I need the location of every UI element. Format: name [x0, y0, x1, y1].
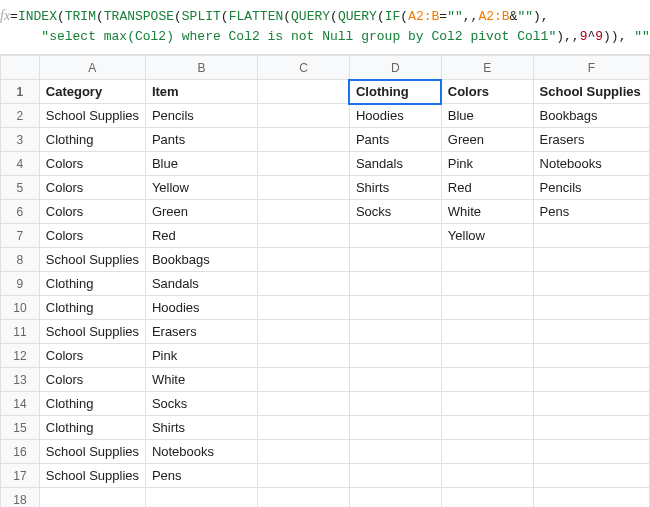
cell[interactable] — [349, 320, 441, 344]
cell[interactable]: Colors — [39, 224, 145, 248]
cell[interactable]: Item — [145, 80, 257, 104]
cell[interactable] — [533, 488, 649, 508]
cell[interactable] — [258, 104, 350, 128]
cell[interactable] — [441, 344, 533, 368]
cell[interactable]: Sandals — [145, 272, 257, 296]
column-header-b[interactable]: B — [145, 56, 257, 80]
cell[interactable]: Pink — [145, 344, 257, 368]
cell[interactable] — [349, 272, 441, 296]
row-header[interactable]: 13 — [1, 368, 40, 392]
row-header[interactable]: 17 — [1, 464, 40, 488]
cell[interactable]: Colors — [39, 200, 145, 224]
cell[interactable] — [258, 152, 350, 176]
cell[interactable] — [258, 368, 350, 392]
cell[interactable] — [441, 320, 533, 344]
row-header[interactable]: 18 — [1, 488, 40, 508]
cell[interactable]: Shirts — [349, 176, 441, 200]
column-header-a[interactable]: A — [39, 56, 145, 80]
cell[interactable] — [533, 320, 649, 344]
cell[interactable] — [258, 344, 350, 368]
cell[interactable]: Clothing — [39, 128, 145, 152]
row-header[interactable]: 3 — [1, 128, 40, 152]
cell[interactable] — [258, 416, 350, 440]
cell[interactable]: Blue — [145, 152, 257, 176]
cell[interactable] — [349, 344, 441, 368]
cell[interactable] — [441, 272, 533, 296]
cell[interactable] — [349, 440, 441, 464]
cell[interactable] — [258, 248, 350, 272]
cell[interactable] — [533, 392, 649, 416]
cell[interactable]: Sandals — [349, 152, 441, 176]
cell[interactable] — [258, 392, 350, 416]
cell[interactable] — [258, 296, 350, 320]
cell[interactable] — [349, 248, 441, 272]
row-header[interactable]: 10 — [1, 296, 40, 320]
cell[interactable]: Red — [441, 176, 533, 200]
row-header[interactable]: 5 — [1, 176, 40, 200]
column-header-d[interactable]: D — [349, 56, 441, 80]
cell[interactable] — [441, 464, 533, 488]
cell[interactable]: Clothing — [39, 272, 145, 296]
cell[interactable]: Yellow — [145, 176, 257, 200]
cell[interactable]: Yellow — [441, 224, 533, 248]
row-header[interactable]: 14 — [1, 392, 40, 416]
cell[interactable]: Clothing — [39, 392, 145, 416]
cell[interactable] — [349, 464, 441, 488]
cell[interactable]: Clothing — [349, 80, 441, 104]
cell[interactable]: Hoodies — [349, 104, 441, 128]
cell[interactable]: Bookbags — [145, 248, 257, 272]
cell[interactable] — [39, 488, 145, 508]
cell[interactable]: School Supplies — [533, 80, 649, 104]
cell[interactable] — [349, 488, 441, 508]
cell[interactable] — [258, 488, 350, 508]
cell[interactable] — [349, 296, 441, 320]
cell[interactable]: Pens — [145, 464, 257, 488]
cell[interactable]: School Supplies — [39, 320, 145, 344]
cell[interactable] — [258, 224, 350, 248]
cell[interactable] — [533, 224, 649, 248]
cell[interactable]: Pants — [145, 128, 257, 152]
cell[interactable]: Erasers — [145, 320, 257, 344]
cell[interactable]: White — [145, 368, 257, 392]
cell[interactable] — [258, 128, 350, 152]
column-header-f[interactable]: F — [533, 56, 649, 80]
cell[interactable]: Pants — [349, 128, 441, 152]
cell[interactable] — [349, 416, 441, 440]
cell[interactable] — [441, 296, 533, 320]
cell[interactable]: Shirts — [145, 416, 257, 440]
cell[interactable]: Erasers — [533, 128, 649, 152]
cell[interactable] — [441, 440, 533, 464]
cell[interactable]: School Supplies — [39, 440, 145, 464]
cell[interactable]: Clothing — [39, 416, 145, 440]
cell[interactable]: School Supplies — [39, 464, 145, 488]
row-header[interactable]: 11 — [1, 320, 40, 344]
row-header[interactable]: 6 — [1, 200, 40, 224]
cell[interactable] — [533, 416, 649, 440]
cell[interactable] — [258, 320, 350, 344]
cell[interactable]: Pencils — [145, 104, 257, 128]
cell[interactable]: Category — [39, 80, 145, 104]
cell[interactable]: School Supplies — [39, 248, 145, 272]
formula-input[interactable]: =INDEX(TRIM(TRANSPOSE(SPLIT(FLATTEN(QUER… — [10, 6, 650, 46]
cell[interactable]: Hoodies — [145, 296, 257, 320]
cell[interactable]: Notebooks — [533, 152, 649, 176]
cell[interactable]: Red — [145, 224, 257, 248]
cell[interactable]: Bookbags — [533, 104, 649, 128]
cell[interactable] — [533, 440, 649, 464]
cell[interactable]: Colors — [441, 80, 533, 104]
cell[interactable] — [349, 392, 441, 416]
cell[interactable] — [441, 392, 533, 416]
cell[interactable]: Socks — [349, 200, 441, 224]
cell[interactable] — [258, 464, 350, 488]
column-header-c[interactable]: C — [258, 56, 350, 80]
row-header[interactable]: 15 — [1, 416, 40, 440]
row-header[interactable]: 1 — [1, 80, 40, 104]
row-header[interactable]: 16 — [1, 440, 40, 464]
cell[interactable]: Notebooks — [145, 440, 257, 464]
spreadsheet-grid[interactable]: ABCDEF 1CategoryItemClothingColorsSchool… — [0, 55, 650, 507]
cell[interactable] — [533, 296, 649, 320]
cell[interactable]: Colors — [39, 368, 145, 392]
cell[interactable] — [258, 200, 350, 224]
cell[interactable]: Pencils — [533, 176, 649, 200]
cell[interactable]: Clothing — [39, 296, 145, 320]
